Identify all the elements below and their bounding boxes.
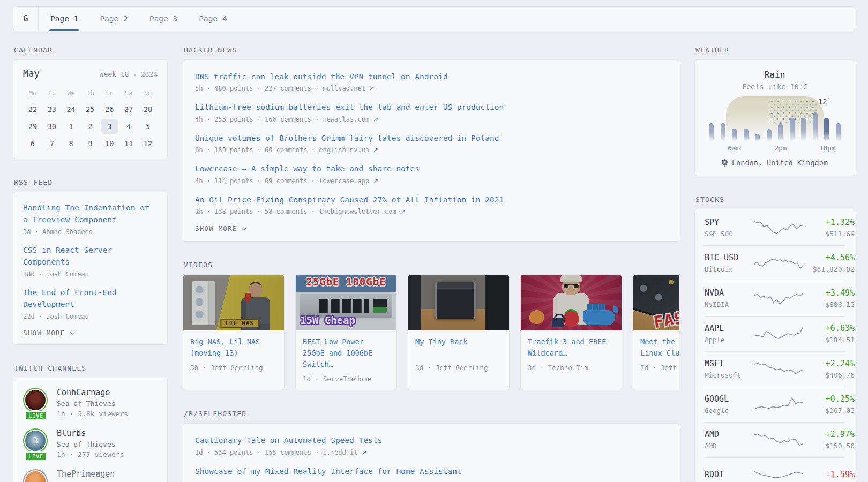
twitch-channel-row[interactable]: BLIVEBlurbsSea of Thieves1h · 277 viewer…	[23, 428, 158, 458]
stocks-widget: STOCKS SPYS&P 500+1.32%$511.69BTC-USDBit…	[694, 195, 855, 482]
stock-price: $61,820.02	[803, 265, 855, 273]
chevron-down-icon	[241, 225, 246, 230]
twitch-channel-info: ThePrimeagen	[57, 469, 115, 482]
calendar-day: 26	[100, 101, 119, 117]
weather-bar	[836, 123, 841, 141]
stock-row-rddt[interactable]: RDDT-1.59%	[705, 457, 845, 482]
hackernews-show-more[interactable]: SHOW MORE	[195, 224, 667, 232]
calendar-day: 4	[119, 118, 138, 134]
video-thumbnail[interactable]: 25GbE 100GbE15W Cheap	[296, 275, 396, 330]
rss-item-title[interactable]: Handling The Indentation of a Treeview C…	[23, 202, 158, 226]
stock-row-btc-usd[interactable]: BTC-USDBitcoin+4.56%$61,820.02	[705, 245, 845, 281]
stock-quote: +3.49%$888.12	[803, 288, 855, 308]
twitch-channel-row[interactable]: LIVECohhCarnageSea of Thieves1h · 5.8k v…	[23, 388, 158, 418]
stock-ticker: MSFT	[705, 359, 754, 368]
weather-location: London, United Kingdom	[705, 159, 845, 167]
calendar-day: 6	[23, 135, 42, 152]
weather-bar	[721, 123, 725, 141]
video-meta: 3d · Techno Tim	[528, 364, 615, 372]
stock-sparkline	[754, 395, 803, 414]
video-meta: 1d · ServeTheHome	[303, 375, 390, 383]
rss-show-more[interactable]: SHOW MORE	[23, 329, 158, 337]
twitch-channel-viewers: 1h · 5.8k viewers	[57, 410, 128, 418]
rss-item-meta: 3d · Ahmad Shadeed	[23, 228, 158, 236]
tab-page-4[interactable]: Page 4	[199, 7, 227, 31]
thumbnail-dim-overlay	[296, 275, 396, 330]
tab-page-2[interactable]: Page 2	[100, 7, 128, 31]
hackernews-item-title[interactable]: Lithium-free sodium batteries exit the l…	[195, 101, 667, 113]
calendar-week-year: Week 18 • 2024	[100, 70, 158, 78]
stock-quote: +6.63%$184.51	[803, 323, 855, 344]
calendar-day: 27	[119, 101, 138, 117]
reddit-item-title[interactable]: Cautionary Tale on Automated Speed Tests	[195, 434, 667, 446]
stock-quote: -1.59%	[803, 470, 855, 479]
reddit-card: Cautionary Tale on Automated Speed Tests…	[183, 423, 679, 482]
stock-row-msft[interactable]: MSFTMicrosoft+2.24%$406.76	[705, 351, 845, 387]
video-thumbnail[interactable]	[521, 275, 622, 330]
stock-identity: AAPLApple	[705, 323, 754, 344]
rss-item-title[interactable]: The End of Front-End Development	[23, 287, 158, 311]
avatar-ring	[23, 388, 48, 412]
video-title[interactable]: Big NAS, Lil NAS (moving 13)	[190, 336, 277, 359]
weather-bar	[732, 129, 737, 141]
twitch-channel-name[interactable]: CohhCarnage	[57, 388, 128, 397]
hackernews-item-meta: 4h · 253 points · 160 comments · newatla…	[195, 116, 667, 123]
video-thumbnail[interactable]: FAS	[633, 275, 679, 330]
tab-page-1[interactable]: Page 1	[50, 7, 78, 31]
video-title[interactable]: Traefik 3 and FREE Wildcard…	[528, 336, 615, 359]
middle-column: HACKER NEWS DNS traffic can leak outside…	[183, 46, 679, 482]
weather-bar	[790, 118, 795, 141]
twitch-channel-viewers: 1h · 277 viewers	[57, 450, 124, 458]
tab-page-3[interactable]: Page 3	[149, 7, 177, 31]
calendar-day-today: 3	[100, 118, 119, 134]
stock-row-aapl[interactable]: AAPLApple+6.63%$184.51	[705, 316, 845, 351]
twitch-channel-row[interactable]: ThePrimeagen	[23, 469, 158, 482]
stock-sparkline	[754, 324, 803, 343]
stock-quote: +0.25%$167.03	[803, 394, 855, 415]
video-title[interactable]: Meet the Linux Clu	[640, 336, 679, 359]
video-thumbnail[interactable]	[408, 275, 509, 330]
hackernews-item-title[interactable]: DNS traffic can leak outside the VPN tun…	[195, 71, 667, 82]
stock-sparkline	[754, 289, 803, 308]
stock-ticker: BTC-USD	[705, 253, 754, 262]
stock-sparkline	[754, 218, 803, 237]
weather-bar	[778, 123, 783, 141]
rss-item-title[interactable]: CSS in React Server Components	[23, 244, 158, 268]
app-logo[interactable]: G	[13, 7, 39, 31]
hackernews-item-title[interactable]: Unique volumes of Brothers Grimm fairy t…	[195, 132, 667, 144]
stock-identity: BTC-USDBitcoin	[705, 253, 754, 273]
stock-row-spy[interactable]: SPYS&P 500+1.32%$511.69	[705, 210, 845, 245]
avatar: BLIVE	[23, 428, 49, 458]
hackernews-item-title[interactable]: An Oil Price-Fixing Conspiracy Caused 27…	[195, 194, 667, 206]
stock-row-nvda[interactable]: NVDANVIDIA+3.49%$888.12	[705, 281, 845, 316]
stock-identity: GOOGLGoogle	[705, 394, 754, 415]
stock-quote: +1.32%$511.69	[803, 217, 855, 238]
hackernews-item-meta: 5h · 480 points · 227 comments · mullvad…	[195, 85, 667, 92]
stock-row-amd[interactable]: AMDAMD+2.97%$150.50	[705, 422, 845, 457]
reddit-item-title[interactable]: Showcase of my Mixed Reality Interface f…	[195, 465, 667, 477]
external-link-icon: ↗	[369, 85, 375, 92]
reddit-list: Cautionary Tale on Automated Speed Tests…	[195, 434, 667, 477]
hackernews-card: DNS traffic can leak outside the VPN tun…	[183, 59, 679, 242]
video-title[interactable]: BEST Low Power 25GbE and 100GbE Switch…	[303, 336, 390, 370]
stock-quote: +2.97%$150.50	[803, 430, 855, 450]
stock-row-googl[interactable]: GOOGLGoogle+0.25%$167.03	[705, 387, 845, 422]
stock-identity: SPYS&P 500	[705, 217, 754, 238]
avatar-image	[24, 389, 47, 411]
video-thumbnail[interactable]: LIL NAS	[183, 275, 284, 330]
stock-price: $184.51	[803, 336, 855, 344]
rss-item: CSS in React Server Components18d · Josh…	[23, 244, 158, 278]
video-card: LIL NASBig NAS, Lil NAS (moving 13)3h · …	[183, 274, 285, 390]
calendar-day: 10	[100, 135, 119, 152]
twitch-section-label: TWITCH CHANNELS	[14, 364, 168, 372]
video-card-body: My Tiny Rack3d · Jeff Geerling	[408, 330, 509, 379]
calendar-day: 2	[81, 118, 100, 134]
stock-price: $167.03	[803, 406, 855, 415]
video-title[interactable]: My Tiny Rack	[415, 336, 502, 359]
twitch-channel-name[interactable]: ThePrimeagen	[57, 469, 115, 479]
twitch-channel-name[interactable]: Blurbs	[57, 428, 124, 438]
video-meta: 3h · Jeff Geerling	[190, 364, 277, 372]
weather-axis-label: 10pm	[819, 144, 835, 152]
hackernews-item-title[interactable]: Lowercase – A simple way to take and sha…	[195, 163, 667, 175]
thumbnail-dim-overlay	[408, 275, 509, 330]
